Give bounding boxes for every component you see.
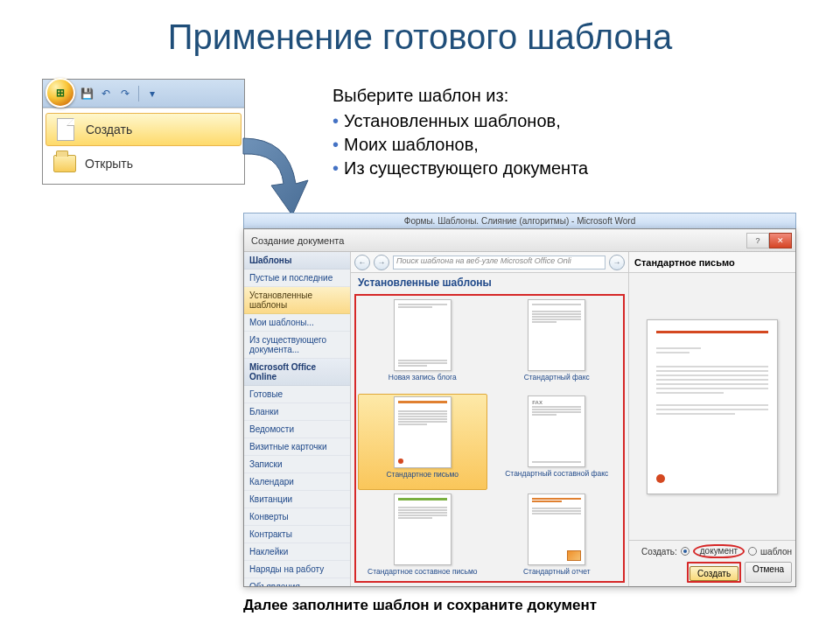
sidebar-item[interactable]: Квитанции: [244, 491, 350, 508]
template-thumb[interactable]: Стандартный отчет: [493, 492, 622, 583]
sidebar-item[interactable]: Готовые: [244, 386, 350, 403]
template-thumb[interactable]: FAX Стандартный составной факс: [493, 394, 622, 490]
menu-open-label: Открыть: [85, 157, 133, 171]
menu-create[interactable]: Создать: [46, 113, 242, 146]
radio-document[interactable]: [681, 547, 690, 556]
template-thumb[interactable]: Стандартное составное письмо: [358, 492, 487, 583]
sidebar-item[interactable]: Визитные карточки: [244, 438, 350, 456]
nav-back-icon[interactable]: ←: [354, 255, 370, 270]
instructions: Выберите шаблон из: Установленных шаблон…: [332, 84, 588, 180]
sidebar-item[interactable]: Наряды на работу: [244, 561, 350, 578]
sidebar-item[interactable]: Ведомости: [244, 421, 350, 438]
sidebar-item[interactable]: Из существующего документа...: [244, 332, 350, 359]
template-gallery-pane: ← → Поиск шаблона на веб-узле Microsoft …: [351, 252, 629, 586]
sidebar-item[interactable]: Мои шаблоны...: [244, 314, 350, 332]
save-icon[interactable]: 💾: [79, 86, 94, 102]
undo-icon[interactable]: ↶: [98, 86, 114, 102]
template-preview-pane: Стандартное письмо: [629, 252, 795, 586]
office-menu-snippet: ⊞ 💾 ↶ ↷ ▾ Создать Открыть: [42, 79, 245, 185]
office-button[interactable]: ⊞: [46, 78, 75, 108]
separator: [138, 86, 139, 102]
word-titlebar: Формы. Шаблоны. Слияние (алгоритмы) - Mi…: [243, 213, 796, 228]
slide-title: Применение готового шаблона: [0, 0, 840, 70]
bullet-item: Из существующего документа: [332, 157, 588, 180]
template-thumb[interactable]: Новая запись блога: [358, 298, 487, 392]
new-document-icon: [54, 116, 77, 143]
sidebar-item[interactable]: Пустые и последние: [244, 270, 350, 287]
create-as-row: Создать: документ шаблон: [641, 544, 792, 558]
preview-title: Стандартное письмо: [629, 252, 795, 273]
sidebar-item[interactable]: Объявления: [244, 578, 350, 586]
template-thumb-selected[interactable]: Стандартное письмо: [358, 394, 487, 490]
dialog-title: Создание документа: [251, 235, 344, 246]
sidebar-item[interactable]: Конверты: [244, 508, 350, 526]
template-thumb[interactable]: Стандартный факс: [493, 298, 622, 392]
sidebar-item-installed[interactable]: Установленные шаблоны: [244, 287, 350, 314]
menu-open[interactable]: Открыть: [45, 147, 242, 180]
close-icon[interactable]: ✕: [769, 233, 792, 248]
sidebar-item[interactable]: Наклейки: [244, 543, 350, 561]
search-input[interactable]: Поиск шаблона на веб-узле Microsoft Offi…: [393, 256, 606, 270]
cancel-button[interactable]: Отмена: [745, 562, 792, 583]
preview-page: [647, 319, 778, 494]
gallery-highlight: Новая запись блога Стандартный факс Стан…: [354, 294, 625, 583]
radio-template-label: шаблон: [760, 547, 792, 556]
footer-instruction: Далее заполните шаблон и сохраните докум…: [0, 597, 840, 614]
search-go-icon[interactable]: →: [609, 255, 625, 270]
quick-access-toolbar: ⊞ 💾 ↶ ↷ ▾: [43, 80, 244, 108]
redo-icon[interactable]: ↷: [117, 86, 133, 102]
radio-document-label: документ: [693, 544, 745, 558]
qat-dropdown-icon[interactable]: ▾: [144, 86, 160, 102]
sidebar-item[interactable]: Записки: [244, 456, 350, 473]
sidebar-heading: Шаблоны: [244, 252, 350, 270]
sidebar-heading: Microsoft Office Online: [244, 359, 350, 386]
dialog-titlebar: Создание документа ? ✕: [244, 229, 795, 252]
create-button[interactable]: Создать: [690, 566, 738, 581]
template-sidebar: Шаблоны Пустые и последние Установленные…: [244, 252, 351, 586]
sidebar-item[interactable]: Бланки: [244, 403, 350, 421]
sidebar-item[interactable]: Календари: [244, 473, 350, 491]
new-document-dialog: Формы. Шаблоны. Слияние (алгоритмы) - Mi…: [243, 213, 796, 587]
help-icon[interactable]: ?: [746, 233, 769, 248]
radio-template[interactable]: [748, 547, 757, 556]
bullet-item: Моих шаблонов,: [332, 133, 588, 157]
nav-forward-icon[interactable]: →: [374, 255, 389, 270]
folder-open-icon: [53, 150, 76, 177]
bullet-item: Установленных шаблонов,: [332, 109, 588, 133]
instructions-lead: Выберите шаблон из:: [332, 84, 588, 108]
gallery-heading: Установленные шаблоны: [351, 273, 628, 292]
menu-create-label: Создать: [86, 122, 132, 136]
create-button-highlight: Создать: [687, 562, 741, 583]
sidebar-item[interactable]: Контракты: [244, 526, 350, 543]
